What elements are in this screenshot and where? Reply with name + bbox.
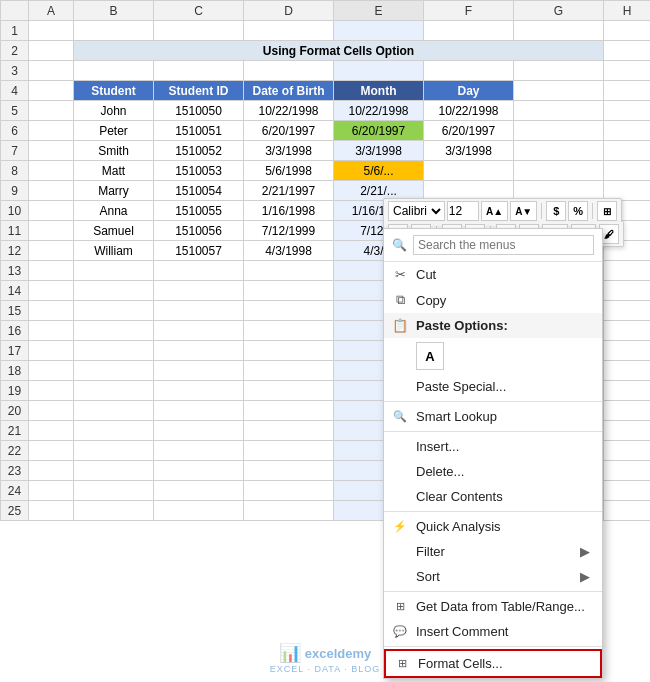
col-day: Day: [424, 81, 514, 101]
toolbar-sep-1: [541, 203, 542, 219]
ctx-item-format-cells[interactable]: ⊞ Format Cells...: [384, 649, 602, 678]
row-3: 3: [1, 61, 651, 81]
row-num-7: 7: [1, 141, 29, 161]
format-cells-icon: ⊞: [394, 657, 410, 670]
watermark-logo: exceldemy: [305, 646, 372, 661]
row-num-4: 4: [1, 81, 29, 101]
ctx-sep-1: [384, 401, 602, 402]
font-selector[interactable]: Calibri: [388, 201, 445, 221]
corner-header: [1, 1, 29, 21]
context-menu: 🔍 ✂ Cut ⧉ Copy 📋 Paste Options: A Paste …: [383, 228, 603, 679]
col-dob: Date of Birth: [244, 81, 334, 101]
ctx-item-quick-analysis[interactable]: ⚡ Quick Analysis: [384, 514, 602, 539]
ctx-paste-special-label: Paste Special...: [416, 379, 590, 394]
ctx-insert-label: Insert...: [416, 439, 590, 454]
col-header-h[interactable]: H: [604, 1, 651, 21]
mini-toolbar: Calibri A▲ A▼ $ % ⊞: [383, 198, 622, 224]
col-header-a[interactable]: A: [29, 1, 74, 21]
col-header-e[interactable]: E: [334, 1, 424, 21]
ctx-delete-label: Delete...: [416, 464, 590, 479]
ctx-item-delete[interactable]: Delete...: [384, 459, 602, 484]
toolbar-sep-2: [592, 203, 593, 219]
row-num-10: 10: [1, 201, 29, 221]
font-size-input[interactable]: [447, 201, 479, 221]
row-num-2: 2: [1, 41, 29, 61]
row-1: 1: [1, 21, 651, 41]
sort-arrow-icon: ▶: [580, 569, 590, 584]
cut-icon: ✂: [392, 267, 408, 282]
col-header-b[interactable]: B: [74, 1, 154, 21]
row-7: 7 Smith 1510052 3/3/1998 3/3/1998 3/3/19…: [1, 141, 651, 161]
row-2: 2 Using Format Cells Option: [1, 41, 651, 61]
ctx-paste-header: 📋 Paste Options:: [384, 313, 602, 338]
ctx-item-smart-lookup[interactable]: 🔍 Smart Lookup: [384, 404, 602, 429]
col-header-d[interactable]: D: [244, 1, 334, 21]
row-num-8: 8: [1, 161, 29, 181]
ctx-get-data-label: Get Data from Table/Range...: [416, 599, 590, 614]
watermark-subtitle: EXCEL · DATA · BLOG: [270, 664, 380, 674]
row-num-6: 6: [1, 121, 29, 141]
ctx-sep-4: [384, 591, 602, 592]
ctx-sort-label: Sort: [416, 569, 572, 584]
row-4-headers: 4 Student Student ID Date of Birth Month…: [1, 81, 651, 101]
ctx-filter-label: Filter: [416, 544, 572, 559]
smart-lookup-icon: 🔍: [392, 410, 408, 423]
row-num-12: 12: [1, 241, 29, 261]
row-6: 6 Peter 1510051 6/20/1997 6/20/1997 6/20…: [1, 121, 651, 141]
row-num-5: 5: [1, 101, 29, 121]
decrease-font-btn[interactable]: A▼: [510, 201, 537, 221]
row-8: 8 Matt 1510053 5/6/1998 5/6/...: [1, 161, 651, 181]
ctx-item-paste-special[interactable]: Paste Special...: [384, 374, 602, 399]
filter-arrow-icon: ▶: [580, 544, 590, 559]
ctx-sep-2: [384, 431, 602, 432]
paste-icon: 📋: [392, 318, 408, 333]
percent-btn[interactable]: %: [568, 201, 588, 221]
ctx-paste-box: A: [384, 338, 602, 374]
ctx-item-cut[interactable]: ✂ Cut: [384, 262, 602, 287]
ctx-quick-analysis-label: Quick Analysis: [416, 519, 590, 534]
ctx-item-insert-comment[interactable]: 💬 Insert Comment: [384, 619, 602, 644]
col-header-f[interactable]: F: [424, 1, 514, 21]
grid-btn[interactable]: ⊞: [597, 201, 617, 221]
col-student: Student: [74, 81, 154, 101]
ctx-sep-5: [384, 646, 602, 647]
ctx-sep-3: [384, 511, 602, 512]
ctx-cut-label: Cut: [416, 267, 590, 282]
ctx-item-get-data[interactable]: ⊞ Get Data from Table/Range...: [384, 594, 602, 619]
row-5: 5 John 1510050 10/22/1998 10/22/1998 10/…: [1, 101, 651, 121]
get-data-icon: ⊞: [392, 600, 408, 613]
row-num-11: 11: [1, 221, 29, 241]
ctx-item-sort[interactable]: Sort ▶: [384, 564, 602, 589]
ctx-smart-lookup-label: Smart Lookup: [416, 409, 590, 424]
ctx-insert-comment-label: Insert Comment: [416, 624, 590, 639]
ctx-item-filter[interactable]: Filter ▶: [384, 539, 602, 564]
dollar-btn[interactable]: $: [546, 201, 566, 221]
ctx-clear-label: Clear Contents: [416, 489, 590, 504]
insert-comment-icon: 💬: [392, 625, 408, 638]
copy-icon: ⧉: [392, 292, 408, 308]
watermark: 📊 exceldemy EXCEL · DATA · BLOG: [270, 642, 380, 674]
col-header-c[interactable]: C: [154, 1, 244, 21]
spreadsheet-title: Using Format Cells Option: [74, 41, 604, 61]
col-month: Month: [334, 81, 424, 101]
ctx-search-row: 🔍: [384, 229, 602, 262]
ctx-item-copy[interactable]: ⧉ Copy: [384, 287, 602, 313]
ctx-item-clear[interactable]: Clear Contents: [384, 484, 602, 509]
col-student-id: Student ID: [154, 81, 244, 101]
row-num-3: 3: [1, 61, 29, 81]
search-icon: 🔍: [392, 238, 407, 252]
increase-font-btn[interactable]: A▲: [481, 201, 508, 221]
quick-analysis-icon: ⚡: [392, 520, 408, 533]
paste-a-btn[interactable]: A: [416, 342, 444, 370]
col-header-g[interactable]: G: [514, 1, 604, 21]
row-num-1: 1: [1, 21, 29, 41]
ctx-format-cells-label: Format Cells...: [418, 656, 588, 671]
ctx-paste-label: Paste Options:: [416, 318, 590, 333]
row-num-9: 9: [1, 181, 29, 201]
context-search-input[interactable]: [413, 235, 594, 255]
ctx-item-insert[interactable]: Insert...: [384, 434, 602, 459]
ctx-copy-label: Copy: [416, 293, 590, 308]
